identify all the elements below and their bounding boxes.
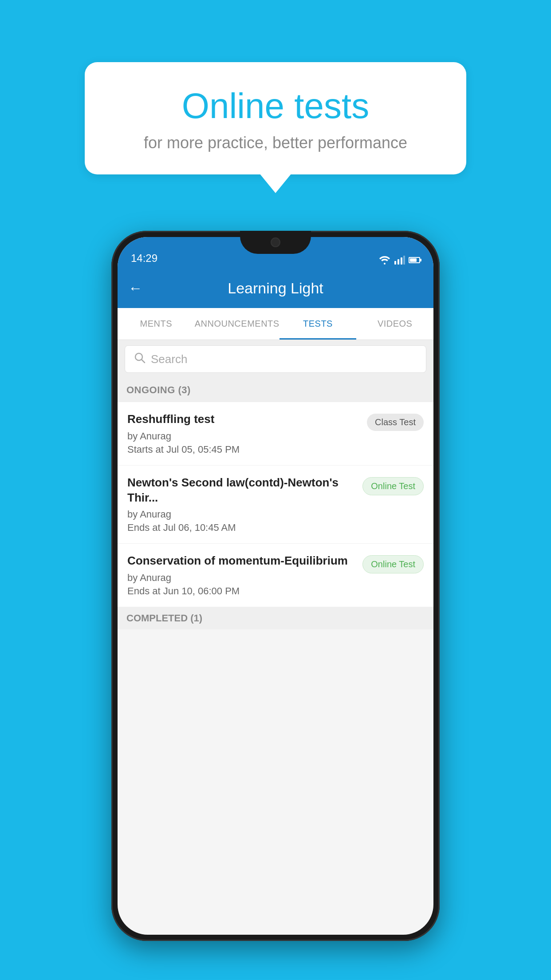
app-header: ← Learning Light [118, 268, 433, 308]
test-badge-online: Online Test [362, 477, 424, 495]
bubble-subtitle: for more practice, better performance [111, 134, 440, 152]
search-container: Search [118, 340, 433, 378]
tab-tests[interactable]: TESTS [279, 308, 357, 340]
bubble-title: Online tests [111, 87, 440, 126]
test-author: by Anurag [127, 509, 355, 520]
svg-rect-1 [398, 259, 399, 265]
svg-rect-0 [394, 261, 396, 265]
completed-section-title: COMPLETED (1) [126, 612, 202, 624]
test-badge-online: Online Test [362, 555, 424, 573]
ongoing-section-title: ONGOING (3) [126, 384, 191, 395]
test-info: Newton's Second law(contd)-Newton's Thir… [127, 475, 362, 534]
test-date: Ends at Jul 06, 10:45 AM [127, 522, 355, 533]
search-placeholder: Search [151, 352, 187, 366]
app-title: Learning Light [151, 280, 423, 297]
speech-bubble-container: Online tests for more practice, better p… [85, 62, 466, 174]
test-info: Conservation of momentum-Equilibrium by … [127, 553, 362, 597]
status-icons [378, 256, 420, 265]
tab-videos[interactable]: VIDEOS [356, 308, 433, 340]
wifi-icon [378, 256, 391, 265]
test-author: by Anurag [127, 431, 360, 442]
test-badge-class: Class Test [367, 414, 424, 431]
ongoing-section-header: ONGOING (3) [118, 378, 433, 402]
test-name: Newton's Second law(contd)-Newton's Thir… [127, 475, 355, 506]
tabs-container: MENTS ANNOUNCEMENTS TESTS VIDEOS [118, 308, 433, 340]
test-item[interactable]: Conservation of momentum-Equilibrium by … [118, 544, 433, 607]
test-name: Reshuffling test [127, 412, 360, 427]
test-item[interactable]: Reshuffling test by Anurag Starts at Jul… [118, 402, 433, 466]
battery-icon [409, 257, 420, 263]
tab-announcements[interactable]: ANNOUNCEMENTS [195, 308, 279, 340]
test-name: Conservation of momentum-Equilibrium [127, 553, 355, 569]
svg-rect-3 [403, 256, 405, 265]
test-item[interactable]: Newton's Second law(contd)-Newton's Thir… [118, 466, 433, 544]
search-bar[interactable]: Search [125, 345, 426, 373]
completed-section-header: COMPLETED (1) [118, 607, 433, 629]
phone-screen: 14:29 [118, 237, 433, 935]
phone-mockup: 14:29 [111, 231, 440, 941]
status-time: 14:29 [131, 252, 157, 265]
back-button[interactable]: ← [128, 280, 142, 296]
phone-notch [240, 231, 311, 254]
svg-line-5 [142, 360, 145, 363]
test-author: by Anurag [127, 572, 355, 584]
speech-bubble: Online tests for more practice, better p… [85, 62, 466, 174]
search-icon [134, 352, 146, 367]
test-date: Starts at Jul 05, 05:45 PM [127, 444, 360, 455]
front-camera [271, 237, 280, 247]
phone-outer: 14:29 [111, 231, 440, 941]
svg-rect-2 [401, 257, 402, 265]
tab-assignments[interactable]: MENTS [118, 308, 195, 340]
test-info: Reshuffling test by Anurag Starts at Jul… [127, 412, 367, 455]
signal-icon [394, 256, 405, 265]
test-date: Ends at Jun 10, 06:00 PM [127, 585, 355, 597]
